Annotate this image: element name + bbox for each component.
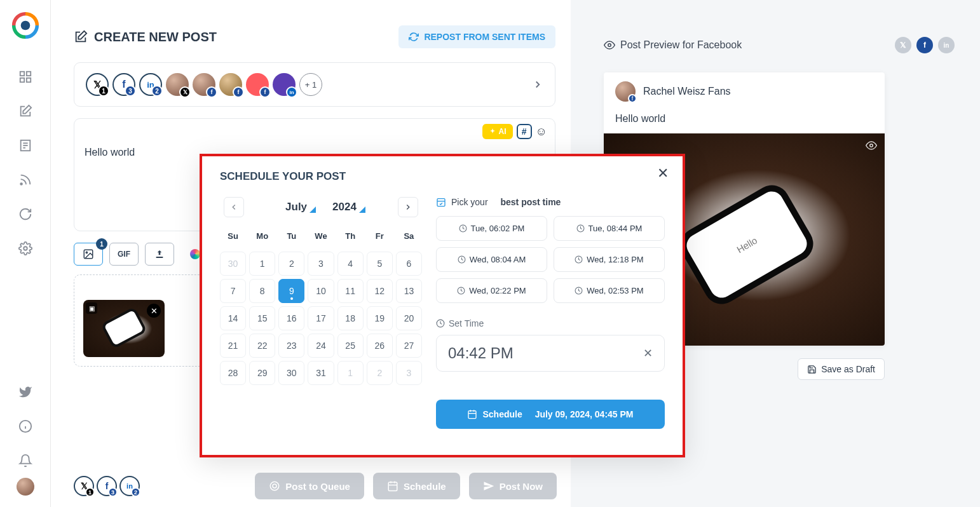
cal-day[interactable]: 7 — [220, 279, 246, 303]
emoji-button[interactable]: ☺ — [536, 125, 547, 139]
cal-day[interactable]: 17 — [308, 306, 334, 330]
cal-day[interactable]: 5 — [367, 252, 393, 276]
cal-next[interactable] — [398, 197, 418, 217]
svg-rect-34 — [468, 411, 476, 419]
accounts-expand[interactable] — [532, 79, 543, 90]
nav-compose-icon[interactable] — [18, 104, 32, 118]
cal-day[interactable]: 15 — [249, 306, 275, 330]
nav-twitter-icon[interactable] — [18, 385, 32, 399]
cal-day[interactable]: 31 — [308, 361, 334, 385]
cal-day[interactable]: 25 — [337, 334, 364, 358]
account-facebook[interactable]: f3 — [112, 73, 135, 96]
suggested-time[interactable]: Tue, 08:44 PM — [554, 216, 665, 241]
cal-day[interactable]: 14 — [220, 306, 246, 330]
media-image-button[interactable]: 1 — [74, 243, 103, 266]
cal-day[interactable]: 4 — [337, 252, 364, 276]
account-linkedin[interactable]: in2 — [139, 73, 162, 96]
post-to-queue-button[interactable]: Post to Queue — [255, 473, 364, 499]
nav-settings-icon[interactable] — [18, 241, 32, 255]
time-input[interactable]: 04:42 PM ✕ — [436, 335, 665, 372]
accounts-more[interactable]: + 1 — [299, 73, 322, 96]
account-avatar[interactable]: f — [193, 73, 215, 96]
cal-day[interactable]: 1 — [249, 252, 275, 276]
nav-info-icon[interactable] — [18, 419, 32, 433]
cal-day[interactable]: 23 — [278, 334, 304, 358]
cal-day[interactable]: 20 — [396, 306, 422, 330]
nav-user-avatar[interactable] — [17, 478, 34, 496]
cal-day[interactable]: 2 — [278, 252, 304, 276]
cal-day[interactable]: 30 — [220, 252, 246, 276]
preview-view-icon[interactable] — [866, 140, 877, 151]
suggested-time[interactable]: Wed, 02:22 PM — [436, 278, 547, 303]
ai-button[interactable]: AI — [482, 124, 513, 139]
cal-day[interactable]: 27 — [396, 334, 422, 358]
bottom-account-x[interactable]: 𝕏1 — [74, 476, 94, 496]
cal-day[interactable]: 21 — [220, 334, 246, 358]
post-now-label: Post Now — [500, 481, 543, 492]
repost-button[interactable]: REPOST FROM SENT ITEMS — [398, 25, 555, 48]
save-draft-button[interactable]: Save as Draft — [798, 358, 885, 380]
cal-month[interactable]: July — [285, 201, 307, 213]
cal-day[interactable]: 10 — [308, 279, 334, 303]
cal-day[interactable]: 13 — [396, 279, 422, 303]
suggested-time[interactable]: Wed, 08:04 AM — [436, 247, 547, 272]
cal-day[interactable]: 9 — [278, 279, 304, 303]
cal-day[interactable]: 11 — [337, 279, 364, 303]
nav-content-icon[interactable] — [18, 139, 32, 152]
cal-month-year[interactable]: July 2024 — [285, 201, 357, 213]
cal-day[interactable]: 26 — [367, 334, 393, 358]
cal-day[interactable]: 8 — [249, 279, 275, 303]
bottom-schedule-button[interactable]: Schedule — [373, 473, 460, 499]
cal-day[interactable]: 24 — [308, 334, 334, 358]
preview-in-icon[interactable]: in — [938, 37, 955, 53]
cal-day[interactable]: 3 — [396, 361, 422, 385]
modal-close[interactable]: ✕ — [657, 165, 669, 182]
cal-day[interactable]: 2 — [367, 361, 393, 385]
cal-day[interactable]: 12 — [367, 279, 393, 303]
nav-rss-icon[interactable] — [18, 173, 32, 187]
cal-day[interactable]: 18 — [337, 306, 364, 330]
preview-x-icon[interactable]: 𝕏 — [895, 37, 911, 53]
suggested-time[interactable]: Tue, 06:02 PM — [436, 216, 547, 241]
account-avatar[interactable]: f — [219, 73, 242, 96]
upload-icon — [154, 249, 165, 259]
cal-day[interactable]: 28 — [220, 361, 246, 385]
preview-fb-icon[interactable]: f — [916, 37, 933, 53]
bottom-account-in[interactable]: in2 — [119, 476, 140, 496]
preview-platform-icons: 𝕏 f in — [895, 37, 955, 53]
media-gif-button[interactable]: GIF — [109, 243, 139, 266]
ai-label: AI — [499, 127, 507, 136]
time-clear[interactable]: ✕ — [643, 346, 653, 360]
suggested-time[interactable]: Wed, 02:53 PM — [554, 278, 665, 303]
cal-day[interactable]: 6 — [396, 252, 422, 276]
cal-prev[interactable] — [224, 197, 244, 217]
post-now-button[interactable]: Post Now — [469, 473, 557, 499]
nav-bell-icon[interactable] — [18, 454, 32, 468]
pick-best-time: Pick your best post time — [436, 197, 665, 207]
cal-year[interactable]: 2024 — [332, 201, 357, 213]
account-avatar[interactable]: 𝕏 — [166, 73, 189, 96]
cal-day[interactable]: 29 — [249, 361, 275, 385]
cal-day[interactable]: 3 — [308, 252, 334, 276]
account-brand[interactable]: in — [273, 73, 296, 96]
thumbnail-tag-icon: ▣ — [86, 302, 97, 314]
hashtag-button[interactable]: # — [517, 124, 532, 139]
bottom-account-fb[interactable]: f3 — [97, 476, 117, 496]
cal-day[interactable]: 1 — [337, 361, 364, 385]
schedule-cta[interactable]: Schedule July 09, 2024, 04:45 PM — [436, 400, 665, 429]
media-upload-button[interactable] — [145, 243, 174, 266]
svg-point-15 — [86, 252, 87, 253]
nav-recycle-icon[interactable] — [18, 207, 32, 221]
suggested-time[interactable]: Wed, 12:18 PM — [554, 247, 665, 272]
thumbnail-remove[interactable]: ✕ — [147, 304, 161, 318]
svg-rect-16 — [156, 257, 163, 258]
cal-day[interactable]: 22 — [249, 334, 275, 358]
media-thumbnail[interactable]: ▣ ✕ — [83, 300, 165, 357]
nav-dashboard-icon[interactable] — [18, 70, 32, 84]
accounts-card[interactable]: 𝕏1 f3 in2 𝕏 f f f in + 1 — [74, 62, 555, 107]
cal-day[interactable]: 19 — [367, 306, 393, 330]
account-x[interactable]: 𝕏1 — [86, 73, 109, 96]
cal-day[interactable]: 30 — [278, 361, 304, 385]
cal-day[interactable]: 16 — [278, 306, 304, 330]
account-brand[interactable]: f — [246, 73, 269, 96]
